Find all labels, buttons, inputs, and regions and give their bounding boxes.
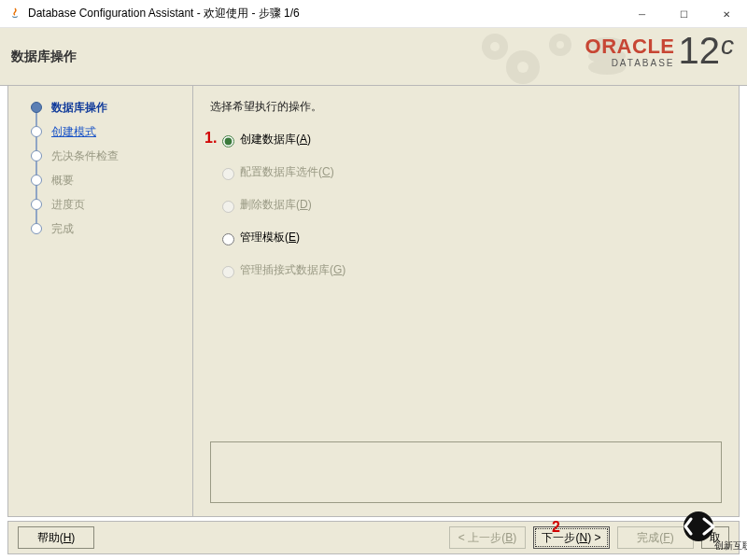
step-label: 概要 xyxy=(51,173,74,189)
step-label: 数据库操作 xyxy=(51,100,107,116)
radio-manage-templates[interactable] xyxy=(222,233,234,245)
option-delete-database: 删除数据库(D) xyxy=(218,197,722,213)
radio-create-database[interactable] xyxy=(222,135,234,147)
step-prerequisite-check: 先决条件检查 xyxy=(8,144,192,168)
brand-oracle: ORACLE xyxy=(585,36,675,57)
left-edge xyxy=(0,28,7,560)
wizard-body: 数据库操作 创建模式 先决条件检查 概要 进度页 完成 xyxy=(7,86,740,517)
svg-point-3 xyxy=(517,62,529,73)
option-label: 配置数据库选件(C) xyxy=(240,164,334,180)
description-box xyxy=(210,441,722,503)
back-button: < 上一步(B) xyxy=(449,526,526,549)
page-title: 数据库操作 xyxy=(11,49,77,65)
titlebar: Database Configuration Assistant - 欢迎使用 … xyxy=(0,0,747,28)
svg-point-5 xyxy=(557,41,564,49)
option-configure-database: 配置数据库选件(C) xyxy=(218,164,722,180)
svg-point-0 xyxy=(482,34,508,60)
svg-point-4 xyxy=(549,34,571,56)
java-icon xyxy=(7,7,22,21)
close-button[interactable]: ✕ xyxy=(705,0,747,28)
brand-version: 12c xyxy=(679,32,735,69)
window-title: Database Configuration Assistant - 欢迎使用 … xyxy=(28,6,300,21)
steps-sidebar: 数据库操作 创建模式 先决条件检查 概要 进度页 完成 xyxy=(8,86,193,516)
step-database-operation[interactable]: 数据库操作 xyxy=(8,95,192,119)
wizard-header: 数据库操作 ORACLE DATABASE 12c xyxy=(0,28,747,86)
option-label: 删除数据库(D) xyxy=(240,197,312,213)
option-manage-templates[interactable]: 管理模板(E) xyxy=(218,230,722,245)
step-dot-icon xyxy=(31,223,42,234)
brand-database: DATABASE xyxy=(612,59,675,68)
option-manage-pluggable-database: 管理插接式数据库(G) xyxy=(218,262,722,278)
step-dot-icon xyxy=(31,102,42,113)
step-label: 完成 xyxy=(51,221,74,237)
oracle-brand: ORACLE DATABASE 12c xyxy=(585,34,734,71)
window-controls: ─ ☐ ✕ xyxy=(621,0,747,28)
window: Database Configuration Assistant - 欢迎使用 … xyxy=(0,0,747,560)
step-finish: 完成 xyxy=(8,217,192,241)
step-dot-icon xyxy=(31,150,42,161)
svg-point-1 xyxy=(490,42,500,51)
step-label: 先决条件检查 xyxy=(51,148,119,164)
cancel-button[interactable]: 取 xyxy=(701,526,729,549)
svg-point-2 xyxy=(506,50,540,84)
maximize-button[interactable]: ☐ xyxy=(663,0,705,28)
step-dot-icon xyxy=(31,199,42,210)
next-button[interactable]: 下一步(N) > xyxy=(533,526,610,549)
step-dot-icon xyxy=(31,126,42,137)
option-label: 创建数据库(A) xyxy=(240,132,311,147)
step-creation-mode[interactable]: 创建模式 xyxy=(8,119,192,144)
help-button[interactable]: 帮助(H) xyxy=(18,526,94,549)
finish-button: 完成(F) xyxy=(617,526,694,549)
step-progress: 进度页 xyxy=(8,192,192,217)
radio-configure-database xyxy=(222,168,234,180)
option-label: 管理模板(E) xyxy=(240,230,300,245)
step-label: 创建模式 xyxy=(51,124,96,140)
main-panel: 选择希望执行的操作。 1. 创建数据库(A) 配置数据库选件(C) 删除数据库(… xyxy=(193,86,739,516)
minimize-button[interactable]: ─ xyxy=(621,0,663,28)
nav-button-group: 2 < 上一步(B) 下一步(N) > 完成(F) 取 xyxy=(449,526,729,549)
instruction-text: 选择希望执行的操作。 xyxy=(210,99,722,115)
option-create-database[interactable]: 1. 创建数据库(A) xyxy=(218,132,722,147)
radio-manage-pluggable-database xyxy=(222,266,234,278)
radio-delete-database xyxy=(222,201,234,213)
option-label: 管理插接式数据库(G) xyxy=(240,262,345,278)
step-label: 进度页 xyxy=(51,197,85,213)
annotation-1: 1. xyxy=(204,130,217,147)
step-summary: 概要 xyxy=(8,168,192,192)
step-dot-icon xyxy=(31,175,42,186)
wizard-footer: 帮助(H) 2 < 上一步(B) 下一步(N) > 完成(F) 取 xyxy=(7,521,740,554)
